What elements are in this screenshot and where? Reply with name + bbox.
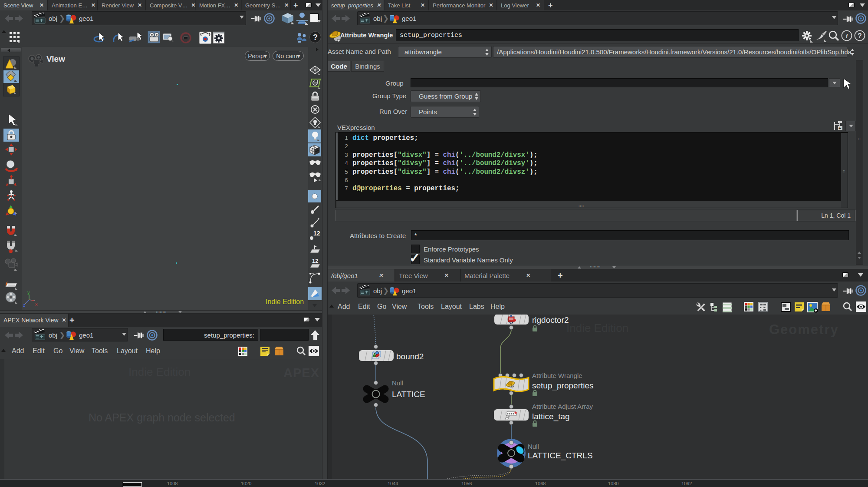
svg-text:y: y bbox=[27, 290, 30, 295]
svg-text:LATTICE_CTRLS: LATTICE_CTRLS bbox=[528, 451, 593, 460]
svg-text:z: z bbox=[23, 302, 26, 308]
svg-text:setup_properties: setup_properties bbox=[532, 381, 594, 391]
svg-text:+: + bbox=[838, 126, 841, 131]
svg-text:12: 12 bbox=[313, 230, 320, 237]
svg-text:Null: Null bbox=[528, 443, 539, 450]
svg-text:lattice_tag: lattice_tag bbox=[532, 412, 570, 421]
svg-text:Null: Null bbox=[392, 379, 403, 387]
svg-text:rigdoctor2: rigdoctor2 bbox=[532, 315, 569, 325]
svg-text:?: ? bbox=[858, 32, 862, 40]
svg-text:x: x bbox=[35, 301, 38, 307]
svg-text:LATTICE: LATTICE bbox=[392, 390, 425, 399]
svg-text:?: ? bbox=[313, 33, 318, 42]
svg-text:12: 12 bbox=[312, 258, 318, 264]
svg-text:bound2: bound2 bbox=[396, 352, 424, 361]
svg-text:Attribute Adjust Array: Attribute Adjust Array bbox=[532, 403, 593, 410]
svg-text:Attribute Wrangle: Attribute Wrangle bbox=[532, 372, 582, 379]
svg-text:i: i bbox=[846, 33, 848, 40]
